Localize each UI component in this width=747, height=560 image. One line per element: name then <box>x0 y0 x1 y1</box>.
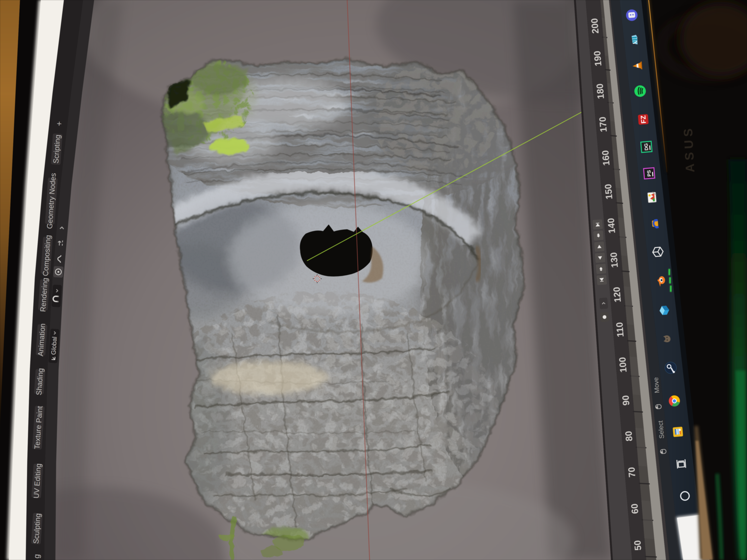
svg-text:130: 130 <box>609 252 620 268</box>
svg-text:110: 110 <box>614 322 626 338</box>
svg-text:160: 160 <box>600 150 612 166</box>
svg-text:150: 150 <box>603 184 615 200</box>
svg-text:120: 120 <box>611 287 623 303</box>
svg-text:g: g <box>32 554 41 559</box>
svg-text:190: 190 <box>592 50 603 67</box>
svg-text:DG: DG <box>643 143 649 151</box>
svg-text:+: + <box>54 121 64 127</box>
svg-text:170: 170 <box>597 116 609 133</box>
svg-text:PS: PS <box>646 170 652 177</box>
svg-text:60: 60 <box>629 503 640 514</box>
svg-text:ASUS: ASUS <box>681 125 697 173</box>
svg-text:Select: Select <box>656 420 665 439</box>
svg-text:180: 180 <box>594 83 606 100</box>
svg-text:50: 50 <box>632 540 643 551</box>
svg-text:90: 90 <box>620 395 632 406</box>
svg-text:FZ: FZ <box>639 115 647 124</box>
svg-text:Global: Global <box>50 337 58 355</box>
svg-text:Move: Move <box>652 377 661 394</box>
svg-text:80: 80 <box>623 431 634 442</box>
svg-text:100: 100 <box>617 357 629 373</box>
svg-text:140: 140 <box>606 218 617 234</box>
svg-text:70: 70 <box>626 467 637 478</box>
svg-text:200: 200 <box>589 18 601 34</box>
